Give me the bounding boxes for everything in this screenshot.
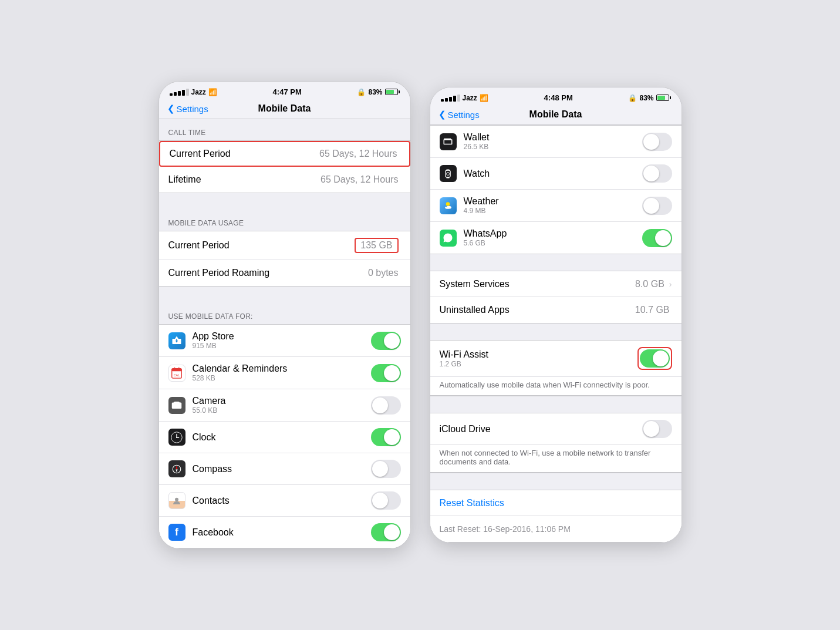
camera-toggle[interactable] (371, 396, 401, 415)
svg-rect-1 (172, 369, 182, 372)
app-row-camera: Camera 55.0 KB (159, 389, 410, 422)
reset-statistics-row[interactable]: Reset Statistics (430, 490, 682, 516)
divider-3 (430, 254, 682, 271)
last-reset-text: Last Reset: 16-Sep-2016, 11:06 PM (440, 524, 571, 534)
whatsapp-toggle[interactable] (642, 229, 672, 247)
status-bar-1: Jazz 📶 4:47 PM 🔒 83% (159, 82, 410, 100)
nav-title-1: Mobile Data (258, 103, 311, 114)
app-row-wallet: Wallet 26.5 KB (430, 126, 682, 158)
carrier-2: Jazz (463, 94, 477, 102)
wifi-assist-label: Wi-Fi Assist (440, 349, 637, 360)
weather-name: Weather (464, 196, 642, 207)
battery-icon-1 (385, 89, 400, 95)
calendar-icon: CAL (168, 365, 185, 382)
divider-2 (159, 287, 410, 303)
lock-icon-1: 🔒 (357, 88, 366, 96)
back-label-1: Settings (177, 104, 208, 114)
weather-toggle[interactable] (642, 197, 672, 215)
icloud-drive-toggle[interactable] (642, 420, 672, 438)
battery-icon-2 (656, 95, 671, 101)
status-bar-2: Jazz 📶 4:48 PM 🔒 83% (430, 87, 682, 106)
wifi-icon-2: 📶 (480, 94, 488, 102)
appstore-toggle[interactable] (371, 332, 401, 350)
svg-marker-12 (176, 469, 178, 473)
signal-icon-2 (441, 95, 460, 102)
camera-name: Camera (193, 396, 371, 406)
svg-point-13 (175, 497, 178, 501)
battery-percent-1: 83% (368, 88, 382, 96)
wallet-name: Wallet (464, 132, 642, 143)
system-services-row[interactable]: System Services 8.0 GB › (430, 271, 682, 297)
wallet-icon (440, 133, 457, 150)
contacts-toggle[interactable] (371, 491, 401, 510)
clock-toggle[interactable] (371, 428, 401, 446)
wifi-assist-row: Wi-Fi Assist 1.2 GB (430, 341, 682, 377)
time-2: 4:48 PM (544, 93, 573, 102)
calendar-size: 528 KB (193, 374, 371, 382)
icloud-drive-label: iCloud Drive (440, 424, 642, 434)
compass-toggle[interactable] (371, 460, 401, 478)
app-row-compass: Compass (159, 453, 410, 485)
icloud-drive-row: iCloud Drive (430, 413, 682, 445)
reset-statistics-btn[interactable]: Reset Statistics (440, 498, 504, 508)
app-row-facebook: f Facebook (159, 517, 410, 548)
calendar-name: Calendar & Reminders (193, 363, 371, 374)
data-roaming-label: Current Period Roaming (168, 268, 368, 278)
divider-4 (430, 324, 682, 340)
wallet-toggle[interactable] (642, 133, 672, 151)
chevron-right-icon: › (669, 279, 672, 289)
nav-title-2: Mobile Data (529, 109, 582, 120)
uninstalled-apps-label: Uninstalled Apps (440, 305, 635, 315)
app-row-whatsapp: WhatsApp 5.6 GB (430, 222, 682, 254)
camera-label-group: Camera 55.0 KB (193, 396, 371, 415)
call-lifetime-value: 65 Days, 12 Hours (321, 174, 399, 185)
facebook-icon: f (168, 524, 185, 541)
camera-icon (168, 397, 185, 414)
call-lifetime-label: Lifetime (168, 174, 321, 185)
back-button-2[interactable]: ❮ Settings (438, 109, 480, 120)
mobile-data-group: Current Period 135 GB Current Period Roa… (159, 231, 410, 287)
wifi-assist-toggle-highlight (637, 347, 672, 370)
data-roaming-value: 0 bytes (368, 268, 399, 278)
call-current-period-value: 65 Days, 12 Hours (319, 149, 397, 159)
facebook-toggle[interactable] (371, 523, 401, 541)
whatsapp-icon (440, 230, 457, 247)
wifi-assist-toggle[interactable] (640, 349, 670, 368)
svg-marker-11 (176, 466, 178, 469)
back-label-2: Settings (448, 110, 480, 120)
wallet-size: 26.5 KB (464, 143, 642, 151)
contacts-name: Contacts (193, 496, 371, 506)
calendar-label-group: Calendar & Reminders 528 KB (193, 363, 371, 382)
calendar-toggle[interactable] (371, 364, 401, 382)
app-row-weather: Weather 4.9 MB (430, 190, 682, 222)
data-current-period-row: Current Period 135 GB (159, 231, 410, 260)
nav-bar-2: ❮ Settings Mobile Data (430, 106, 682, 125)
appstore-size: 915 MB (193, 342, 371, 350)
uninstalled-apps-value: 10.7 GB (635, 305, 670, 315)
system-group: System Services 8.0 GB › Uninstalled App… (430, 271, 682, 324)
contacts-label-group: Contacts (193, 496, 371, 506)
app-row-calendar: CAL Calendar & Reminders 528 KB (159, 357, 410, 389)
apps-header: USE MOBILE DATA FOR: (159, 303, 410, 324)
wifi-assist-description: Automatically use mobile data when Wi-Fi… (430, 377, 682, 396)
watch-label-group: Watch (464, 169, 642, 179)
watch-toggle[interactable] (642, 164, 672, 183)
icloud-group: iCloud Drive When not connected to Wi-Fi… (430, 413, 682, 473)
time-1: 4:47 PM (273, 87, 302, 96)
phone-1: Jazz 📶 4:47 PM 🔒 83% ❮ Settings Mobile D… (158, 81, 411, 549)
content-2: Wallet 26.5 KB Watch (430, 125, 682, 543)
weather-icon (440, 197, 457, 214)
call-time-header: CALL TIME (159, 119, 410, 140)
back-button-1[interactable]: ❮ Settings (167, 103, 208, 114)
divider-1 (159, 193, 410, 210)
carrier-1: Jazz (191, 88, 206, 96)
appstore-name: App Store (193, 331, 371, 342)
data-current-period-value: 135 GB (355, 238, 398, 253)
clock-label-group: Clock (193, 432, 371, 443)
weather-label-group: Weather 4.9 MB (464, 196, 642, 215)
last-reset-row: Last Reset: 16-Sep-2016, 11:06 PM (430, 516, 682, 542)
content-1: CALL TIME Current Period 65 Days, 12 Hou… (159, 119, 410, 548)
system-services-value: 8.0 GB (635, 279, 664, 289)
appstore-icon (168, 332, 185, 349)
status-left-2: Jazz 📶 (441, 94, 488, 102)
